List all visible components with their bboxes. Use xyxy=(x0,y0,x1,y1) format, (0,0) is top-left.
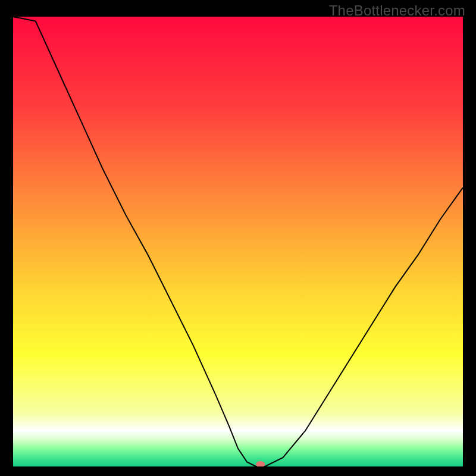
chart-frame: TheBottlenecker.com xyxy=(0,0,476,476)
bottleneck-chart xyxy=(13,17,463,466)
plot-background xyxy=(13,17,463,466)
